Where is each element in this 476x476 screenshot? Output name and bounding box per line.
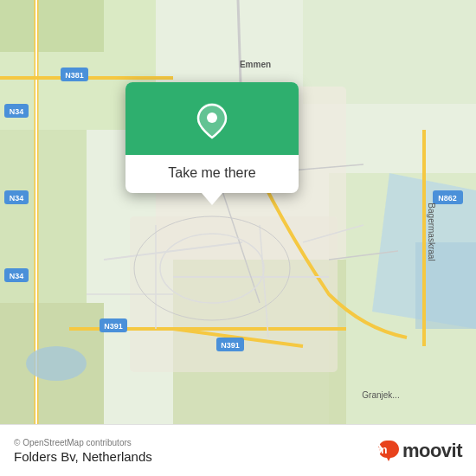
moovit-brand-text: moovit [402,440,462,462]
svg-text:N381: N381 [65,71,84,80]
svg-text:N34: N34 [10,107,24,116]
svg-text:N862: N862 [438,194,457,203]
svg-text:Bagermaskraal: Bagermaskraal [427,203,436,261]
popup-arrow [202,193,222,205]
popup-card-label[interactable]: Take me there [125,155,299,193]
location-name: Folders Bv, Netherlands [14,449,152,464]
svg-text:N34: N34 [10,272,24,280]
svg-point-48 [26,346,87,381]
footer-info: © OpenStreetMap contributors Folders Bv,… [14,438,152,464]
svg-rect-7 [0,0,104,52]
copyright-text: © OpenStreetMap contributors [14,438,152,447]
svg-text:Granjek...: Granjek... [362,390,399,400]
moovit-logo-icon: m [375,439,399,463]
moovit-logo: m moovit [375,439,462,463]
popup-card-header [125,82,299,155]
svg-text:N391: N391 [221,341,240,350]
location-pin-icon [193,101,231,139]
svg-text:N391: N391 [104,322,123,331]
map-container: N34 N34 N34 N381 N391 N391 N862 Emmen Ba… [0,0,476,424]
svg-text:Emmen: Emmen [240,60,271,69]
svg-point-49 [207,113,217,123]
footer-bar: © OpenStreetMap contributors Folders Bv,… [0,424,476,476]
popup-card[interactable]: Take me there [125,82,299,193]
svg-text:N34: N34 [10,194,24,203]
svg-text:m: m [377,443,388,456]
